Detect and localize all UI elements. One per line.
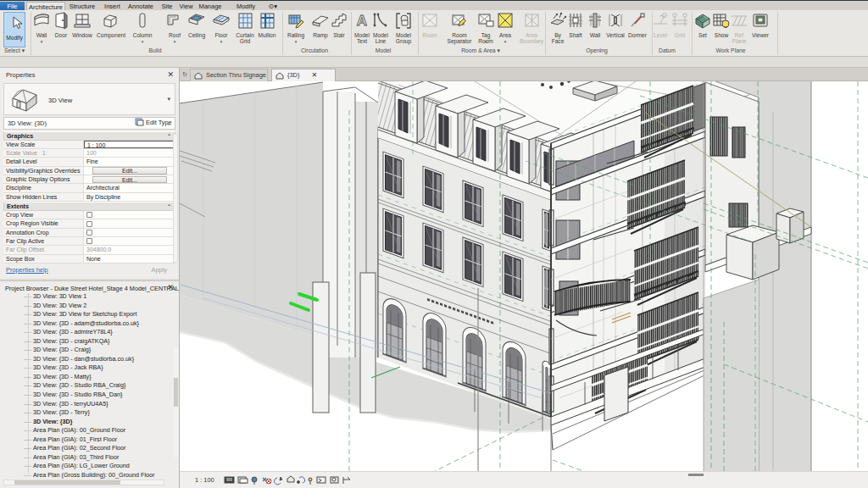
svg-text:A: A	[357, 13, 367, 29]
